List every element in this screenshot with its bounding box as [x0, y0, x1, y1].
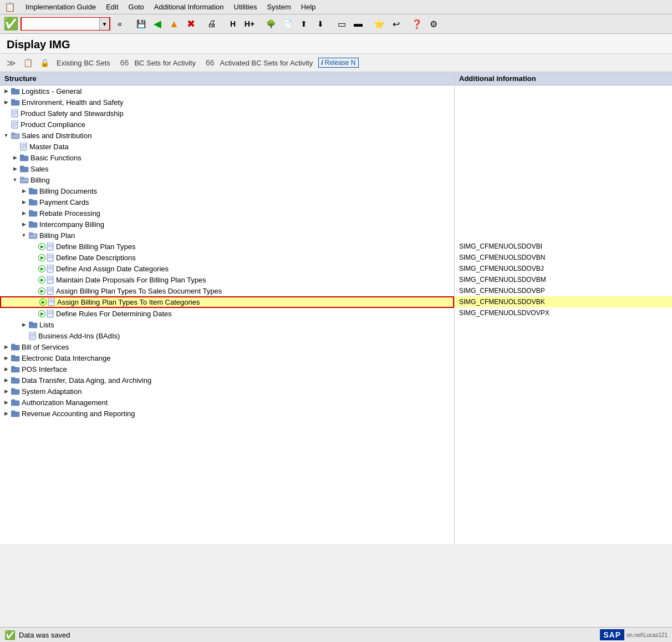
activated-bc-sets-button[interactable]: Activated BC Sets for Activity — [220, 59, 313, 67]
tree-row[interactable]: ▶Authorization Management — [0, 397, 454, 408]
tree-row[interactable]: ▶POS Interface — [0, 363, 454, 375]
expand-icon[interactable] — [29, 242, 37, 250]
tree-row[interactable]: ▼Sales and Distribution — [0, 130, 454, 141]
tree-row[interactable]: ▶Electronic Data Interchange — [0, 352, 454, 363]
expand-icon[interactable]: ▶ — [11, 165, 19, 173]
expand-icon[interactable]: ▶ — [2, 98, 10, 106]
expand-icon[interactable]: ▶ — [2, 87, 10, 95]
expand-icon[interactable]: ▼ — [20, 231, 28, 239]
node-label: Define Rules For Determining Dates — [56, 310, 172, 318]
tree-row[interactable]: Product Safety and Stewardship — [0, 108, 454, 119]
expand-icon[interactable]: ▶ — [20, 209, 28, 217]
find-button[interactable]: H — [226, 17, 240, 31]
page-layout-button[interactable]: ▭ — [334, 17, 349, 31]
menu-edit[interactable]: Edit — [106, 3, 118, 11]
menu-goto[interactable]: Goto — [129, 3, 144, 11]
svg-rect-13 — [11, 133, 15, 135]
existing-bc-sets-button[interactable]: Existing BC Sets — [57, 59, 110, 67]
tree-row[interactable]: ▶Assign Billing Plan Types To Item Categ… — [0, 296, 454, 308]
expand-icon[interactable] — [29, 287, 37, 295]
help-button[interactable]: ❓ — [410, 17, 424, 31]
tree-row[interactable]: Product Compliance — [0, 119, 454, 130]
expand-icon[interactable]: ▼ — [11, 176, 19, 184]
expand-icon[interactable] — [29, 276, 37, 284]
ok-button[interactable]: ✅ — [3, 17, 18, 31]
find-next-button[interactable]: H+ — [242, 17, 257, 31]
tree-row[interactable]: ▶Payment Cards — [0, 196, 454, 208]
expand-icon[interactable] — [30, 299, 38, 306]
cancel-button[interactable]: ✖ — [184, 17, 198, 31]
expand-icon[interactable]: ▶ — [11, 154, 19, 161]
expand-icon[interactable]: ▶ — [20, 198, 28, 206]
expand-icon[interactable]: ▶ — [2, 365, 10, 373]
expand-icon[interactable]: ▶ — [2, 354, 10, 362]
tree-row[interactable]: ▶Sales — [0, 163, 454, 174]
tree-row[interactable]: ▶Basic Functions — [0, 152, 454, 163]
expand-icon[interactable] — [29, 254, 37, 261]
layout-button[interactable]: ▬ — [351, 17, 365, 31]
tree-row[interactable]: ▶Bill of Services — [0, 341, 454, 352]
tree-row[interactable]: ▶Revenue Accounting and Reporting — [0, 408, 454, 419]
menu-utilities[interactable]: Utilities — [234, 3, 257, 11]
tree-row[interactable]: ▶Define Billing Plan Types — [0, 241, 454, 252]
execute-icon: ▶ — [38, 287, 45, 295]
execute-icon: ▶ — [38, 243, 45, 250]
settings-button[interactable]: ⚙ — [426, 17, 441, 31]
tree-row[interactable]: ▶Maintain Date Proposals For Billing Pla… — [0, 274, 454, 285]
back-begin-button[interactable]: « — [113, 17, 127, 31]
tree-row[interactable]: ▶Lists — [0, 319, 454, 330]
node-label: Lists — [39, 321, 54, 329]
expand-icon[interactable]: ▼ — [2, 132, 10, 139]
expand-icon[interactable] — [29, 265, 37, 272]
expand-icon[interactable] — [2, 109, 10, 117]
tree-row[interactable]: ▶Data Transfer, Data Aging, and Archivin… — [0, 375, 454, 386]
menu-system[interactable]: System — [267, 3, 291, 11]
expand-icon[interactable]: ▶ — [2, 387, 10, 395]
release-notes-button[interactable]: i Release N — [318, 58, 358, 68]
tree-row[interactable]: ▶Assign Billing Plan Types To Sales Docu… — [0, 285, 454, 296]
expand-button-1[interactable]: ≫ — [4, 56, 18, 69]
expand-icon[interactable] — [29, 310, 37, 317]
back-button[interactable]: ◀ — [150, 17, 165, 31]
tree-row[interactable]: ▶Define Rules For Determining Dates — [0, 308, 454, 319]
menu-help[interactable]: Help — [301, 3, 316, 11]
menu-implementation-guide[interactable]: Implementation Guide — [26, 3, 96, 11]
tree-row[interactable]: ▼Billing — [0, 174, 454, 185]
node-label: Authorization Management — [22, 398, 108, 407]
bc-sets-for-activity-button[interactable]: BC Sets for Activity — [134, 59, 196, 67]
expand-icon[interactable] — [11, 143, 19, 150]
tree-row[interactable]: Business Add-Ins (BAdIs) — [0, 330, 454, 341]
tree-row[interactable]: ▶System Adaptation — [0, 386, 454, 397]
move-up-button[interactable]: ⬆ — [297, 17, 311, 31]
tree-row[interactable]: ▶Define And Assign Date Categories — [0, 263, 454, 274]
menu-additional-info[interactable]: Additional Information — [154, 3, 224, 11]
command-input[interactable] — [22, 18, 99, 30]
expand-icon[interactable] — [20, 332, 28, 340]
collapse-all-button[interactable]: 📄 — [280, 17, 294, 31]
tree-row[interactable]: ▶Environment, Health and Safety — [0, 97, 454, 108]
folder-icon — [20, 154, 29, 161]
expand-icon[interactable]: ▶ — [2, 410, 10, 417]
expand-icon[interactable]: ▶ — [20, 187, 28, 195]
tree-row[interactable]: ▶Rebate Processing — [0, 208, 454, 219]
bookmark-button[interactable]: ⭐ — [372, 17, 386, 31]
tree-row[interactable]: ▶Define Date Descriptions — [0, 252, 454, 263]
return-button[interactable]: ↩ — [389, 17, 403, 31]
tree-row[interactable]: Master Data — [0, 141, 454, 152]
tree-row[interactable]: ▼Billing Plan — [0, 230, 454, 241]
tree-row[interactable]: ▶Billing Documents — [0, 185, 454, 196]
expand-icon[interactable]: ▶ — [2, 343, 10, 351]
up-button[interactable]: ▲ — [167, 17, 181, 31]
expand-all-button[interactable]: 🌳 — [263, 17, 278, 31]
expand-icon[interactable]: ▶ — [20, 321, 28, 328]
move-down-button[interactable]: ⬇ — [313, 17, 328, 31]
tree-row[interactable]: ▶Logistics - General — [0, 85, 454, 97]
command-dropdown-button[interactable]: ▼ — [99, 18, 109, 30]
tree-row[interactable]: ▶Intercompany Billing — [0, 219, 454, 230]
expand-icon[interactable]: ▶ — [20, 220, 28, 228]
save-button[interactable]: 💾 — [134, 17, 148, 31]
expand-icon[interactable]: ▶ — [2, 398, 10, 406]
print-button[interactable]: 🖨 — [205, 17, 219, 31]
expand-icon[interactable]: ▶ — [2, 376, 10, 384]
expand-icon[interactable] — [2, 120, 10, 128]
